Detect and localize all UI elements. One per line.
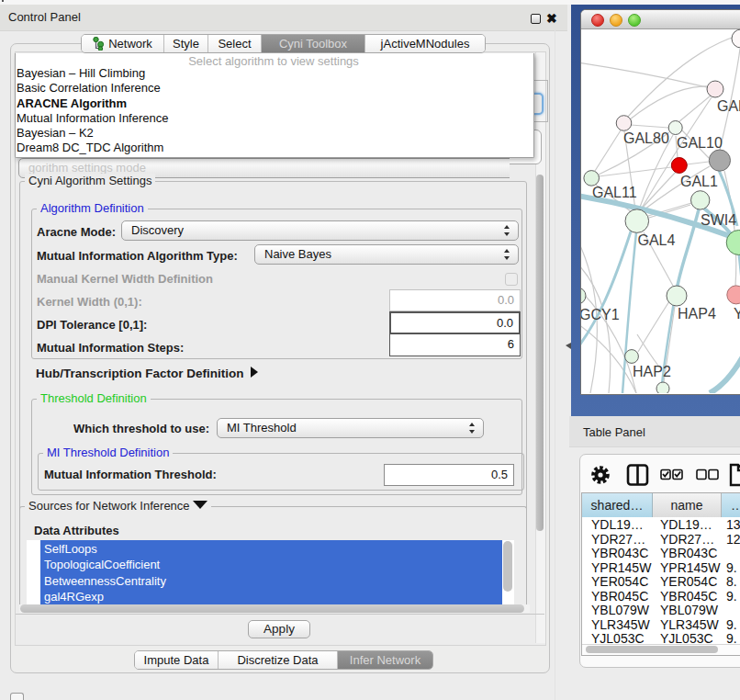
svg-text:GAL2: GAL2 xyxy=(717,98,740,114)
svg-text:HAP2: HAP2 xyxy=(633,364,671,379)
svg-text:GAL11: GAL11 xyxy=(592,185,637,200)
svg-text:GAL80: GAL80 xyxy=(623,130,669,146)
svg-text:GAL4: GAL4 xyxy=(638,232,676,248)
svg-text:GAL1: GAL1 xyxy=(680,174,718,189)
svg-text:HAP4: HAP4 xyxy=(678,306,716,322)
svg-text:SWI4: SWI4 xyxy=(701,212,736,228)
svg-text:Y: Y xyxy=(734,306,740,322)
svg-text:GAL10: GAL10 xyxy=(677,135,723,151)
svg-text:GCY1: GCY1 xyxy=(581,307,620,322)
